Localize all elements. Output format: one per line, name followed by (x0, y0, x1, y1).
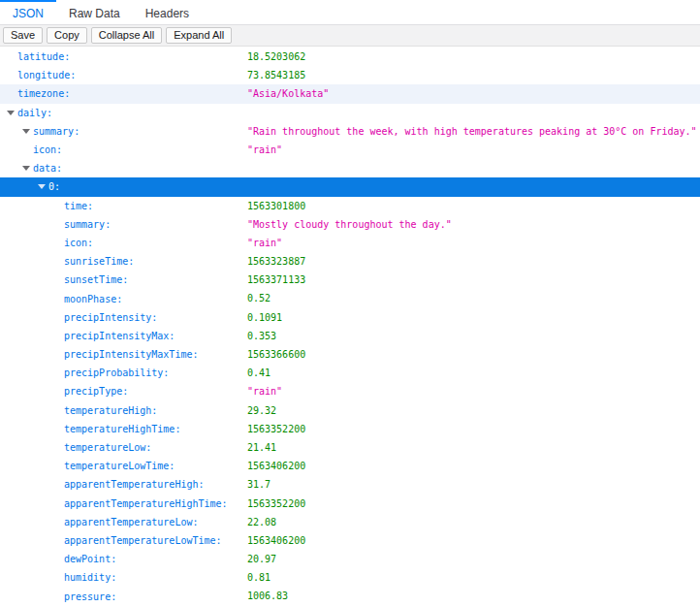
json-value: 1563352200 (247, 495, 305, 513)
json-value: 1563323887 (247, 252, 305, 271)
json-value: 73.8543185 (247, 66, 305, 84)
json-tree-row[interactable]: precipIntensityMax:0.353 (0, 327, 700, 345)
indent-spacer (0, 391, 50, 392)
indent-spacer (0, 75, 4, 76)
json-tree-row[interactable]: pressure:1006.83 (0, 587, 700, 605)
json-key: pressure: (64, 591, 116, 602)
chevron-down-icon (38, 184, 46, 189)
json-value: 1006.83 (247, 587, 288, 605)
json-value: 0.52 (247, 289, 270, 307)
indent-spacer (0, 186, 35, 187)
expand-arrow-icon[interactable] (19, 166, 33, 171)
json-tree-row[interactable]: apparentTemperatureHigh:31.7 (0, 475, 700, 494)
json-tree-row[interactable]: icon:"rain" (0, 234, 700, 252)
indent-spacer (0, 596, 50, 597)
json-tree-row[interactable]: precipIntensityMaxTime:1563366600 (0, 345, 700, 364)
tab-raw-data[interactable]: Raw Data (56, 0, 133, 24)
json-tree-row[interactable]: icon:"rain" (0, 141, 700, 159)
json-tree-row[interactable]: time:1563301800 (0, 197, 700, 215)
json-value: "rain" (247, 382, 282, 400)
json-key: data: (33, 163, 62, 174)
expand-all-button[interactable]: Expand All (166, 27, 232, 44)
json-key: summary: (33, 126, 80, 137)
indent-spacer (0, 299, 50, 300)
json-tree-row[interactable]: apparentTemperatureHighTime:1563352200 (0, 495, 700, 513)
indent-spacer (0, 503, 50, 504)
json-viewer-panel: JSON Raw Data Headers Save Copy Collapse… (0, 0, 700, 606)
tab-bar: JSON Raw Data Headers (0, 0, 700, 25)
tab-json[interactable]: JSON (0, 0, 56, 24)
json-tree-row[interactable]: summary:"Mostly cloudy throughout the da… (0, 215, 700, 234)
json-tree-row[interactable]: moonPhase:0.52 (0, 289, 700, 307)
json-key: daily: (17, 108, 52, 118)
json-tree-row[interactable]: sunsetTime:1563371133 (0, 271, 700, 289)
indent-spacer (0, 168, 19, 169)
json-value: 20.97 (247, 550, 276, 568)
json-key: precipProbability: (64, 367, 169, 378)
json-tree-row[interactable]: latitude:18.5203062 (0, 48, 700, 66)
indent-spacer (0, 335, 50, 336)
collapse-all-button[interactable]: Collapse All (91, 27, 162, 44)
json-tree-row[interactable]: temperatureLowTime:1563406200 (0, 457, 700, 475)
json-tree-row[interactable]: dewPoint:20.97 (0, 550, 700, 568)
json-value: 0.1091 (247, 308, 282, 327)
json-tree-row[interactable]: apparentTemperatureLow:22.08 (0, 513, 700, 531)
json-value: 0.41 (247, 364, 270, 382)
indent-spacer (0, 577, 50, 578)
tab-headers[interactable]: Headers (133, 0, 202, 24)
copy-button[interactable]: Copy (47, 27, 87, 44)
indent-spacer (0, 149, 19, 150)
json-key: latitude: (17, 51, 70, 62)
json-key: temperatureLowTime: (64, 461, 175, 471)
json-key: temperatureHigh: (64, 405, 157, 416)
json-tree-row[interactable]: humidity:0.81 (0, 568, 700, 587)
indent-spacer (0, 242, 50, 243)
chevron-down-icon (22, 129, 30, 134)
indent-spacer (0, 465, 50, 466)
json-key: summary: (64, 219, 111, 230)
json-key: temperatureLow: (64, 442, 151, 453)
json-key: apparentTemperatureHighTime: (64, 498, 228, 509)
json-key: precipIntensityMax: (64, 331, 175, 341)
json-key: sunriseTime: (64, 256, 134, 267)
json-tree-row[interactable]: temperatureHighTime:1563352200 (0, 420, 700, 438)
json-value: 1563301800 (247, 197, 305, 215)
json-value: 21.41 (247, 438, 276, 457)
json-key: apparentTemperatureHigh: (64, 479, 205, 490)
json-key: apparentTemperatureLow: (64, 517, 198, 527)
indent-spacer (0, 522, 50, 523)
json-tree-row[interactable]: temperatureLow:21.41 (0, 438, 700, 457)
json-tree-row[interactable]: timezone:"Asia/Kolkata" (0, 84, 700, 103)
json-tree-row[interactable]: data: (0, 159, 700, 177)
save-button[interactable]: Save (3, 27, 43, 44)
json-tree-row[interactable]: apparentTemperatureLowTime:1563406200 (0, 531, 700, 550)
json-value: 31.7 (247, 475, 270, 494)
json-value: 1563352200 (247, 420, 305, 438)
json-value: "Asia/Kolkata" (247, 84, 329, 103)
json-value: "Mostly cloudy throughout the day." (247, 215, 452, 234)
json-key: temperatureHighTime: (64, 424, 180, 434)
chevron-down-icon (7, 111, 15, 115)
json-tree-row[interactable]: 0: (0, 177, 700, 196)
indent-spacer (0, 372, 50, 373)
json-value: 1563406200 (247, 531, 305, 550)
json-tree-row[interactable]: precipType:"rain" (0, 382, 700, 400)
indent-spacer (0, 261, 50, 262)
json-key: longitude: (17, 70, 76, 80)
indent-spacer (0, 540, 50, 541)
expand-arrow-icon[interactable] (35, 184, 48, 189)
json-tree-row[interactable]: sunriseTime:1563323887 (0, 252, 700, 271)
json-value: "rain" (247, 234, 282, 252)
json-tree-row[interactable]: temperatureHigh:29.32 (0, 401, 700, 420)
json-tree-row[interactable]: summary:"Rain throughout the week, with … (0, 122, 700, 141)
expand-arrow-icon[interactable] (19, 129, 33, 134)
json-tree-row[interactable]: daily: (0, 104, 700, 122)
json-key: precipIntensity: (64, 312, 157, 323)
json-key: moonPhase: (64, 294, 122, 304)
json-key: icon: (64, 238, 93, 248)
indent-spacer (0, 279, 50, 280)
json-tree-row[interactable]: longitude:73.8543185 (0, 66, 700, 84)
json-tree-row[interactable]: precipIntensity:0.1091 (0, 308, 700, 327)
json-tree-row[interactable]: precipProbability:0.41 (0, 364, 700, 382)
expand-arrow-icon[interactable] (4, 111, 17, 115)
